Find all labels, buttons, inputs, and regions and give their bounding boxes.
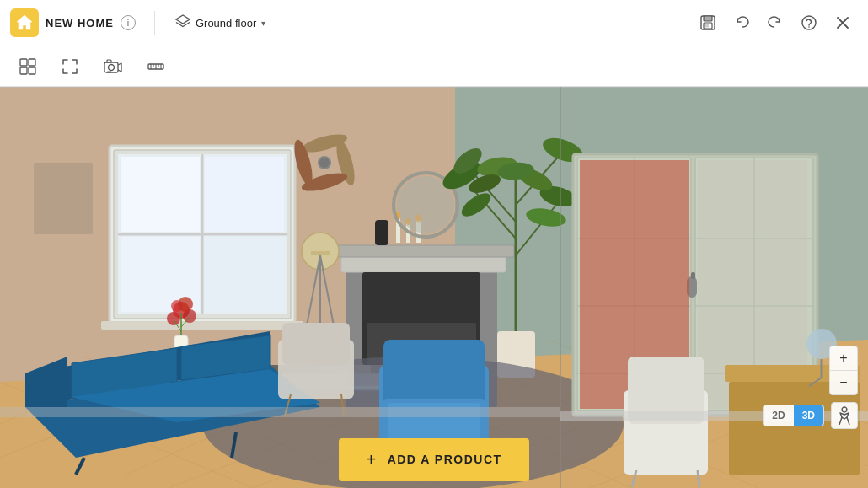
svg-rect-155 <box>34 163 93 234</box>
view-controls: + − 2D 3D <box>763 346 858 429</box>
app-logo <box>10 8 39 37</box>
plus-icon: + <box>366 450 377 469</box>
undo-button[interactable] <box>726 8 757 38</box>
svg-text:3D: 3D <box>107 69 111 73</box>
redo-button[interactable] <box>760 8 790 38</box>
svg-rect-128 <box>282 323 350 365</box>
svg-rect-8 <box>20 59 27 66</box>
room-scene: + ADD A PRODUCT + − 2D 3D <box>0 87 868 488</box>
view-2d-button[interactable] <box>13 54 42 79</box>
top-toolbar: NEW HOME i Ground floor ▾ <box>0 0 868 46</box>
svg-rect-10 <box>20 67 27 74</box>
save-button[interactable] <box>693 8 723 38</box>
main-view[interactable]: + ADD A PRODUCT + − 2D 3D <box>0 87 868 488</box>
svg-rect-52 <box>205 157 284 232</box>
logo-area: NEW HOME i <box>10 8 136 37</box>
floor-chevron-icon: ▾ <box>261 19 265 28</box>
toolbar-right <box>693 8 858 38</box>
svg-point-60 <box>319 158 330 168</box>
floor-icon <box>175 13 190 32</box>
svg-rect-65 <box>333 245 514 257</box>
mode-3d-button[interactable]: 3D <box>794 405 823 426</box>
svg-rect-50 <box>121 157 200 232</box>
mode-2d-button[interactable]: 2D <box>764 405 793 426</box>
add-product-button[interactable]: + ADD A PRODUCT <box>339 438 528 481</box>
bottom-bar: + ADD A PRODUCT <box>0 437 868 488</box>
toolbar-divider <box>154 11 155 35</box>
zoom-in-button[interactable]: + <box>830 346 857 370</box>
floor-label: Ground floor <box>196 17 256 29</box>
svg-rect-1 <box>704 16 712 21</box>
help-button[interactable] <box>794 8 824 38</box>
camera-button[interactable]: 3D <box>98 55 128 78</box>
svg-rect-3 <box>705 24 709 28</box>
svg-rect-92 <box>311 251 330 255</box>
svg-point-159 <box>842 407 847 412</box>
info-button[interactable]: i <box>121 15 136 30</box>
zoom-controls: + − <box>829 346 858 395</box>
person-view-button[interactable] <box>831 402 858 429</box>
svg-rect-72 <box>375 220 388 245</box>
svg-rect-158 <box>0 407 560 417</box>
app-title: NEW HOME <box>46 17 114 29</box>
measure-button[interactable] <box>142 54 170 79</box>
svg-rect-9 <box>29 59 35 66</box>
svg-rect-14 <box>107 60 111 62</box>
svg-rect-54 <box>101 321 303 330</box>
secondary-toolbar: 3D <box>0 46 868 87</box>
floor-selector[interactable]: Ground floor ▾ <box>169 10 272 35</box>
dimension-mode-buttons: 2D 3D <box>763 405 824 426</box>
svg-rect-53 <box>205 237 284 312</box>
svg-rect-122 <box>383 340 485 407</box>
close-button[interactable] <box>828 8 858 38</box>
svg-rect-143 <box>691 272 695 279</box>
zoom-out-button[interactable]: − <box>830 371 857 394</box>
svg-point-5 <box>808 26 810 28</box>
svg-rect-11 <box>29 67 35 74</box>
svg-point-104 <box>178 297 193 312</box>
add-product-label: ADD A PRODUCT <box>388 453 502 466</box>
fullscreen-button[interactable] <box>56 54 84 79</box>
